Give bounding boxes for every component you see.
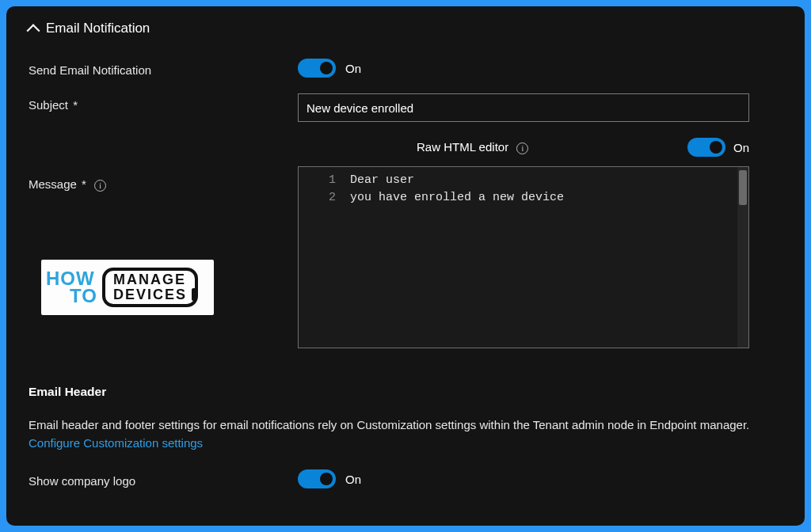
code-line-2: you have enrolled a new device	[350, 189, 741, 207]
company-logo-image: HOW TO MANAGE DEVICES	[41, 260, 214, 315]
editor-gutter: 1 2	[299, 167, 342, 348]
row-show-logo: Show company logo On	[29, 469, 782, 488]
raw-html-label-text: Raw HTML editor	[417, 140, 508, 154]
editor-header: Raw HTML editor i On	[298, 138, 749, 157]
code-line-1: Dear user	[350, 172, 741, 189]
row-message: Message * i Raw HTML editor i On 1 2 Dea…	[29, 138, 782, 348]
subject-label: Subject *	[29, 93, 298, 112]
row-subject: Subject *	[29, 93, 782, 122]
required-mark-2: *	[82, 177, 86, 191]
chevron-up-icon	[27, 24, 40, 37]
logo-accent	[192, 288, 196, 301]
configure-customization-link[interactable]: Configure Customization settings	[29, 436, 203, 450]
message-editor[interactable]: 1 2 Dear user you have enrolled a new de…	[298, 166, 749, 348]
subject-input[interactable]	[298, 93, 749, 122]
logo-devices: DEVICES	[113, 287, 187, 302]
editor-scrollbar[interactable]	[737, 167, 748, 348]
row-send-email: Send Email Notification On	[29, 59, 782, 78]
show-logo-label: Show company logo	[29, 469, 298, 488]
send-email-label: Send Email Notification	[29, 59, 298, 77]
message-label-text: Message	[29, 177, 77, 191]
scrollbar-thumb[interactable]	[739, 170, 747, 205]
subject-label-text: Subject	[29, 98, 68, 112]
gutter-line-2: 2	[305, 189, 336, 207]
raw-html-toggle[interactable]	[687, 138, 725, 157]
editor-content[interactable]: Dear user you have enrolled a new device	[342, 167, 748, 348]
message-label: Message * i	[29, 138, 298, 192]
logo-howto: HOW TO	[46, 270, 97, 304]
send-email-toggle-state: On	[345, 62, 361, 75]
show-logo-toggle[interactable]	[298, 469, 336, 488]
email-notification-panel: Email Notification Send Email Notificati…	[6, 6, 805, 526]
required-mark: *	[73, 98, 78, 112]
raw-html-label: Raw HTML editor i	[417, 140, 528, 154]
raw-html-toggle-state: On	[733, 141, 749, 154]
desc-text: Email header and footer settings for ema…	[29, 418, 749, 431]
section-title: Email Notification	[46, 21, 150, 36]
logo-frame: MANAGE DEVICES	[102, 268, 198, 307]
gutter-line-1: 1	[305, 172, 336, 189]
logo-to: TO	[70, 287, 97, 305]
logo-manage: MANAGE	[113, 272, 187, 287]
email-header-title: Email Header	[29, 385, 782, 399]
section-header[interactable]: Email Notification	[29, 21, 782, 36]
info-icon[interactable]: i	[94, 180, 106, 192]
send-email-toggle[interactable]	[298, 59, 336, 78]
email-header-desc: Email header and footer settings for ema…	[29, 416, 782, 452]
info-icon-raw[interactable]: i	[516, 142, 528, 154]
show-logo-toggle-state: On	[345, 473, 361, 486]
